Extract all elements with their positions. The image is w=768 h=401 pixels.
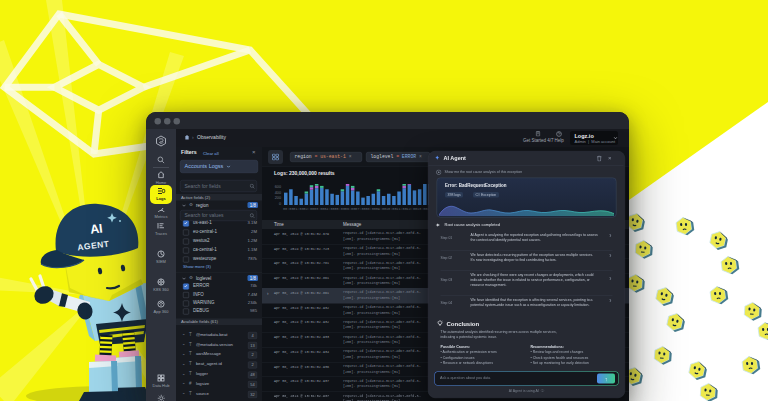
svg-text:AI: AI	[89, 221, 103, 236]
